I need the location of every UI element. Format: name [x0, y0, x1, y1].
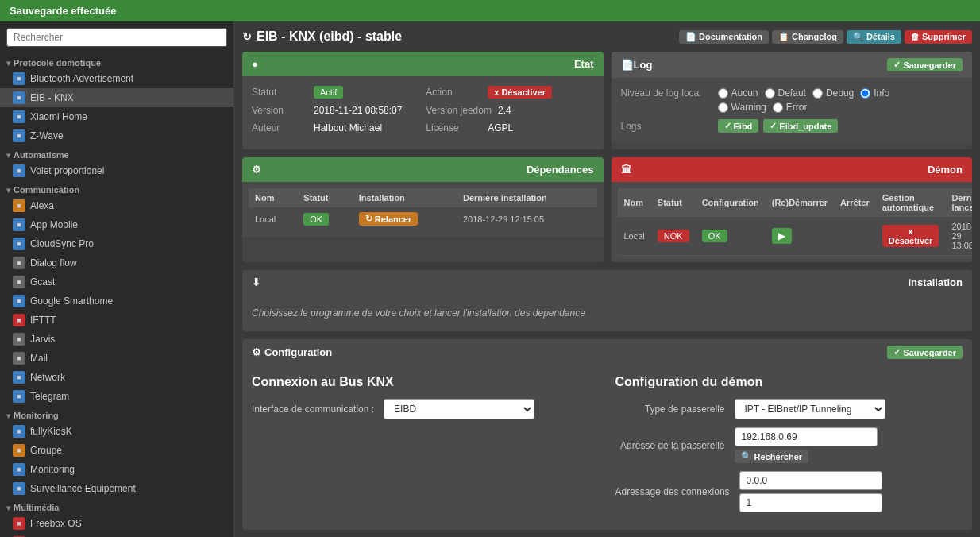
adresse-group: Adresse de la passerelle 🔍 Rechercher	[615, 427, 963, 463]
gcast-icon: ■	[13, 276, 25, 288]
installation-panel-header: ⬇ Installation	[242, 270, 972, 295]
section-communication-label: Communication	[14, 185, 79, 195]
dialog-flow-icon: ■	[13, 257, 25, 269]
col-statut: Statut	[297, 188, 352, 207]
radio-defaut[interactable]: Defaut	[765, 87, 806, 99]
demon-statut: NOK	[651, 217, 696, 256]
demon-panel: 🏛 Démon Nom Statut Configuration (Re)Dém…	[612, 157, 973, 262]
doc-icon: 📄	[685, 32, 696, 42]
sidebar-item-surveillance-label: Surveillance Equipement	[30, 483, 136, 494]
sidebar-item-alexa[interactable]: ■ Alexa	[0, 196, 233, 215]
rechercher-button[interactable]: 🔍 Rechercher	[735, 450, 809, 463]
config-panel-body: Connexion au Bus KNX Interface de commun…	[242, 365, 972, 530]
statut-row: Statut Actif Version 2018-11-21 08:58:07…	[252, 86, 419, 140]
refresh-icon: ↻	[242, 30, 252, 43]
interface-select[interactable]: EIBD	[384, 399, 534, 419]
sidebar-item-eib-knx[interactable]: ■ EIB - KNX	[0, 88, 233, 107]
mail-icon: ■	[13, 352, 25, 365]
adresse-input[interactable]	[735, 427, 878, 446]
relancer-icon: ↻	[365, 214, 372, 224]
sidebar-item-monitoring[interactable]: ■ Monitoring	[0, 460, 233, 479]
sidebar-item-cloudsync-label: CloudSync Pro	[30, 238, 94, 249]
changelog-button[interactable]: 📋 Changelog	[772, 30, 843, 44]
installation-panel-body: Choisissez le programme de votre choix e…	[242, 295, 972, 331]
log-save-button[interactable]: ✓ Sauvegarder	[887, 58, 963, 71]
config-icon: ⚙	[252, 346, 261, 358]
sidebar-item-cloudsync[interactable]: ■ CloudSync Pro	[0, 234, 233, 253]
connexion-section: Connexion au Bus KNX Interface de commun…	[252, 375, 600, 520]
adressage-input-1[interactable]	[739, 471, 882, 490]
dcol-nom: Nom	[618, 188, 651, 217]
sidebar-item-ifttt[interactable]: ■ IFTTT	[0, 311, 233, 330]
log-buttons: ✓ Eibd ✓ Eibd_update	[718, 119, 839, 133]
sidebar-item-network[interactable]: ■ Network	[0, 368, 233, 387]
sidebar-item-gcast-label: Gcast	[30, 276, 55, 288]
groupe-icon: ■	[13, 444, 25, 457]
sidebar-item-surveillance[interactable]: ■ Surveillance Equipement	[0, 479, 233, 498]
type-passerelle-label: Type de passerelle	[615, 404, 735, 415]
app-mobile-icon: ■	[13, 218, 25, 231]
eibd-log-button[interactable]: ✓ Eibd	[718, 119, 759, 133]
sidebar-item-zwave[interactable]: ■ Z-Wave	[0, 126, 233, 145]
config-save-icon: ✓	[893, 347, 901, 357]
etat-panel: ● Etat Statut Actif Version 2018-11-21	[242, 52, 604, 149]
demon-table: Nom Statut Configuration (Re)Démarrer Ar…	[618, 188, 973, 256]
demon-nom: Local	[618, 217, 651, 256]
radio-info[interactable]: Info	[860, 87, 889, 99]
sidebar-item-gcast[interactable]: ■ Gcast	[0, 272, 233, 292]
sidebar-item-fullykiosk[interactable]: ■ fullyKiosK	[0, 422, 233, 441]
sidebar-item-zwave-label: Z-Wave	[30, 130, 64, 141]
radio-aucun[interactable]: Aucun	[718, 87, 758, 99]
monitoring-icon: ■	[13, 463, 25, 476]
documentation-button[interactable]: 📄 Documentation	[679, 30, 769, 44]
sidebar-item-groupe[interactable]: ■ Groupe	[0, 441, 233, 460]
demon-redemarrer: ▶	[766, 217, 834, 256]
dcol-last-launch: Dernier lancement	[945, 188, 972, 217]
desactiver-auto-button[interactable]: x Désactiver	[882, 225, 939, 247]
search-input[interactable]	[6, 28, 227, 47]
config-save-button[interactable]: ✓ Sauvegarder	[887, 346, 963, 359]
sidebar-item-app-mobile[interactable]: ■ App Mobile	[0, 215, 233, 234]
caret-monitoring: ▾	[6, 411, 10, 420]
demon-gestion-auto: x Désactiver	[876, 217, 946, 256]
sidebar-item-telegram-label: Telegram	[30, 391, 69, 402]
sidebar-item-jarvis[interactable]: ■ Jarvis	[0, 330, 233, 349]
dep-nom: Local	[249, 207, 297, 230]
eibd-update-log-button[interactable]: ✓ Eibd_update	[763, 119, 838, 133]
sidebar-section-multimedia: ▾ Multimédia	[0, 498, 233, 514]
log-local-label: Niveau de log local	[621, 87, 708, 99]
details-button[interactable]: 🔍 Détails	[847, 30, 901, 44]
sidebar-item-telegram[interactable]: ■ Telegram	[0, 387, 233, 406]
sidebar-item-eib-label: EIB - KNX	[30, 92, 74, 103]
interface-label: Interface de communication :	[252, 404, 384, 415]
network-icon: ■	[13, 371, 25, 384]
demon-config-section: Configuration du démon Type de passerell…	[615, 375, 963, 520]
sidebar-item-xiaomi-label: Xiaomi Home	[30, 111, 87, 122]
page-title: ↻ EIB - KNX (eibd) - stable	[242, 29, 402, 44]
sidebar-item-google-smarthome[interactable]: ■ Google Smarthome	[0, 292, 233, 311]
radio-debug[interactable]: Debug	[812, 87, 854, 99]
sidebar-item-dialog-flow[interactable]: ■ Dialog flow	[0, 253, 233, 272]
etat-panel-header: ● Etat	[242, 52, 604, 76]
sidebar-item-volet[interactable]: ■ Volet proportionel	[0, 161, 233, 180]
relancer-button[interactable]: ↻ Relancer	[359, 212, 418, 226]
type-passerelle-select[interactable]: IPT - EIBnet/IP Tunneling	[735, 399, 885, 419]
sidebar-item-bluetooth[interactable]: ■ Bluetooth Advertisement	[0, 69, 233, 88]
adressage-input-2[interactable]	[739, 493, 882, 512]
sidebar-item-freebox[interactable]: ■ Freebox OS	[0, 514, 233, 533]
supprimer-button[interactable]: 🗑 Supprimer	[905, 30, 972, 44]
telegram-icon: ■	[13, 390, 25, 403]
caret-protocole: ▾	[6, 59, 10, 68]
surveillance-icon: ■	[13, 482, 25, 495]
sidebar-item-dialog-flow-label: Dialog flow	[30, 257, 77, 268]
demon-config-title: Configuration du démon	[615, 375, 963, 389]
caret-automatisme: ▾	[6, 151, 10, 160]
sidebar-item-google-cast[interactable]: ■ Google Cast	[0, 533, 233, 537]
sidebar-item-xiaomi[interactable]: ■ Xiaomi Home	[0, 107, 233, 126]
radio-error[interactable]: Error	[773, 102, 808, 113]
desactiver-button[interactable]: x Désactiver	[488, 86, 552, 99]
play-button[interactable]: ▶	[772, 228, 792, 244]
radio-warning[interactable]: Warning	[718, 102, 766, 113]
section-automatisme-label: Automatisme	[14, 150, 69, 160]
sidebar-item-mail[interactable]: ■ Mail	[0, 349, 233, 368]
